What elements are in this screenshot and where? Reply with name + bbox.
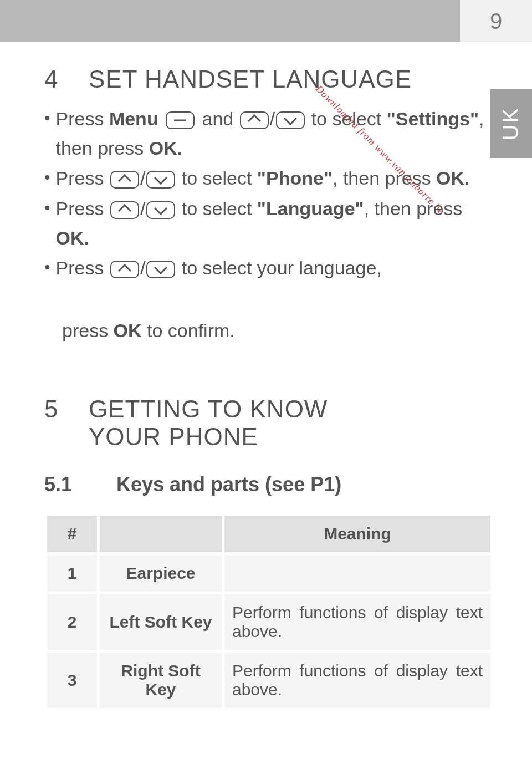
- table-header-row: # Meaning: [47, 516, 490, 552]
- table-row: 1 Earpiece: [47, 555, 490, 592]
- text: to select: [176, 167, 257, 189]
- text: press: [62, 320, 114, 341]
- text: , then press: [364, 198, 463, 219]
- table-header: Meaning: [224, 516, 490, 552]
- up-arrow-icon: [110, 171, 139, 189]
- keys-parts-table: # Meaning 1 Earpiece 2 Left Soft Key Per…: [44, 513, 493, 711]
- down-arrow-icon: [146, 261, 175, 278]
- table-cell-num: 1: [47, 555, 97, 592]
- table-cell-num: 2: [47, 594, 97, 650]
- up-arrow-icon: [240, 111, 269, 129]
- table-cell-name: Earpiece: [100, 555, 222, 592]
- section-4-title: SET HANDSET LANGUAGE: [89, 65, 412, 93]
- table-cell-meaning: [224, 555, 490, 592]
- table-cell-name: Right Soft Key: [100, 653, 222, 708]
- side-tab-text: UK: [498, 106, 523, 141]
- step-text: Press / to select your language,: [56, 253, 493, 283]
- step-text: Press / to select "Phone", then press OK…: [56, 164, 493, 193]
- table-cell-meaning: Perform functions of display text above.: [224, 653, 490, 708]
- page-number: 9: [490, 9, 502, 34]
- title-line-1: GETTING TO KNOW: [89, 395, 328, 422]
- step-text: Press Menu and / to select "Settings", t…: [56, 104, 493, 162]
- text: to confirm.: [142, 320, 235, 341]
- text-bold: OK.: [436, 167, 469, 189]
- text-bold: OK.: [56, 227, 89, 248]
- section-4-steps: • Press Menu and / to select "Settings",…: [44, 104, 493, 283]
- title-line-2: YOUR PHONE: [89, 423, 258, 450]
- down-arrow-icon: [146, 201, 175, 219]
- section-4-heading: 4 SET HANDSET LANGUAGE: [44, 65, 493, 93]
- text: Press: [56, 167, 109, 189]
- text: Press: [56, 198, 109, 219]
- bullet-icon: •: [44, 105, 50, 162]
- table-row: 2 Left Soft Key Perform functions of dis…: [47, 594, 490, 650]
- text-bold: "Phone": [257, 167, 332, 189]
- section-5: 5 GETTING TO KNOW YOUR PHONE 5.1 Keys an…: [44, 395, 493, 711]
- table-cell-meaning: Perform functions of display text above.: [224, 594, 490, 650]
- page-number-box: 9: [460, 0, 532, 42]
- list-item: • Press / to select your language,: [44, 253, 493, 283]
- text: Press: [56, 108, 109, 129]
- menu-button-icon: [166, 111, 195, 129]
- subsection-num: 5.1: [44, 473, 116, 496]
- section-5-num: 5: [44, 395, 89, 423]
- text-bold: Menu: [109, 108, 158, 129]
- list-item: • Press Menu and / to select "Settings",…: [44, 104, 493, 162]
- section-5-heading: 5 GETTING TO KNOW YOUR PHONE: [44, 395, 493, 451]
- bullet-icon: •: [44, 195, 50, 252]
- table-header: [100, 516, 222, 552]
- side-tab: UK: [490, 89, 532, 158]
- bullet-icon: •: [44, 165, 50, 193]
- table-row: 3 Right Soft Key Perform functions of di…: [47, 653, 490, 708]
- step-continuation: press OK to confirm.: [62, 316, 493, 345]
- section-4-num: 4: [44, 65, 89, 93]
- step-text: Press / to select "Language", then press…: [56, 194, 493, 252]
- text: to select: [176, 198, 257, 219]
- up-arrow-icon: [110, 261, 139, 278]
- text-bold: OK: [114, 320, 142, 341]
- up-arrow-icon: [110, 201, 139, 219]
- subsection-5-1-heading: 5.1 Keys and parts (see P1): [44, 473, 493, 496]
- text-bold: "Language": [257, 198, 364, 219]
- list-item: • Press / to select "Phone", then press …: [44, 164, 493, 193]
- table-cell-num: 3: [47, 653, 97, 708]
- text: to select your language,: [176, 257, 381, 278]
- table-cell-name: Left Soft Key: [100, 594, 222, 650]
- subsection-title: Keys and parts (see P1): [116, 473, 341, 496]
- bullet-icon: •: [44, 254, 50, 283]
- table-header: #: [47, 516, 97, 552]
- text: , then press: [332, 167, 436, 189]
- down-arrow-icon: [146, 171, 175, 189]
- list-item: • Press / to select "Language", then pre…: [44, 194, 493, 252]
- header-bar: [0, 0, 460, 42]
- text-bold: OK.: [149, 137, 182, 159]
- text: Press: [56, 257, 109, 278]
- section-5-title: GETTING TO KNOW YOUR PHONE: [89, 395, 328, 451]
- content: 4 SET HANDSET LANGUAGE • Press Menu and …: [44, 65, 493, 711]
- text-bold: "Settings": [387, 108, 479, 129]
- text: to select: [306, 108, 387, 129]
- text: and: [197, 108, 239, 129]
- down-arrow-icon: [276, 111, 305, 129]
